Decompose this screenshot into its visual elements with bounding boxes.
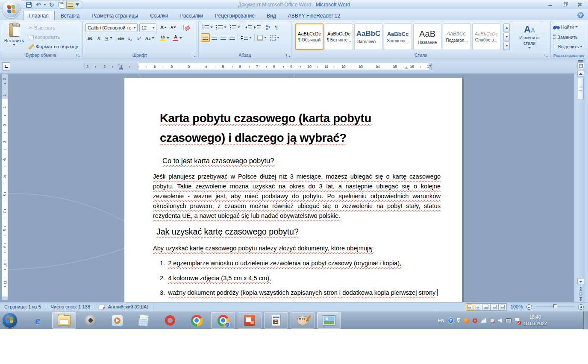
hidden-icons-button[interactable] — [457, 318, 460, 323]
next-page-button[interactable] — [579, 297, 582, 301]
tab-references[interactable]: Ссылки — [144, 11, 174, 20]
tab-page-layout[interactable]: Разметка страницы — [85, 11, 144, 20]
undo-button[interactable]: ↶ — [34, 1, 42, 9]
draft-view-button[interactable] — [498, 303, 507, 311]
scrollbar-thumb[interactable] — [578, 78, 584, 100]
strikethrough-button[interactable]: abe — [116, 34, 125, 42]
document-page[interactable]: Karta pobytu czasowego (karta pobytu cza… — [124, 78, 463, 302]
left-indent-marker[interactable] — [119, 68, 123, 70]
taskbar-media-player[interactable] — [105, 312, 129, 329]
tab-stop-selector[interactable] — [2, 62, 10, 70]
clock[interactable]: 18:40 18.03.2022 — [523, 314, 547, 327]
start-button[interactable] — [2, 313, 18, 328]
format-painter-button[interactable]: Формат по образцу — [27, 42, 80, 51]
zoom-out-button[interactable] — [526, 304, 532, 310]
numbering-button[interactable] — [215, 23, 228, 32]
taskbar-document-app[interactable] — [264, 312, 288, 329]
fullscreen-reading-view-button[interactable] — [474, 303, 482, 311]
scroll-down-button[interactable] — [577, 278, 584, 285]
taskbar-sound-recorder[interactable] — [79, 312, 103, 329]
font-size-combo[interactable]: 12 — [139, 23, 156, 32]
taskbar-photo-viewer[interactable] — [317, 312, 341, 329]
tab-home[interactable]: Главная — [23, 11, 55, 20]
paragraph-dialog-launcher[interactable] — [285, 53, 291, 58]
style-card-title[interactable]: АаВНазвание — [413, 23, 441, 50]
scroll-up-button[interactable] — [577, 70, 584, 77]
replace-button[interactable]: abacЗаменить — [553, 34, 578, 40]
sort-button[interactable]: АЯ — [264, 23, 272, 32]
copy-button[interactable] — [57, 1, 65, 9]
styles-dialog-launcher[interactable] — [543, 53, 548, 58]
tab-mailings[interactable]: Рассылки — [174, 11, 209, 20]
outline-view-button[interactable] — [490, 303, 499, 311]
shrink-font-button[interactable]: А — [169, 23, 178, 32]
subscript-button[interactable]: x₂ — [125, 34, 134, 42]
tab-review[interactable]: Рецензирование — [209, 11, 261, 20]
ruler-toggle-button[interactable] — [577, 62, 584, 69]
font-name-combo[interactable]: Calibri (Основной те — [85, 23, 138, 32]
align-right-button[interactable] — [219, 33, 228, 42]
copy-ribbon-button[interactable]: Копировать — [27, 33, 80, 41]
taskbar-notepad[interactable] — [132, 312, 156, 329]
bold-button[interactable]: Ж — [85, 34, 94, 42]
right-indent-marker[interactable] — [405, 66, 408, 69]
tab-view[interactable]: Вид — [261, 11, 282, 20]
taskbar-internet-explorer[interactable]: e — [26, 312, 50, 329]
page-indicator[interactable]: Страница: 1 из 5 — [0, 304, 43, 309]
change-case-button[interactable]: Aa — [143, 34, 156, 42]
taskbar-windows-explorer[interactable] — [52, 312, 76, 329]
align-left-button[interactable] — [66, 1, 74, 9]
volume-icon[interactable] — [498, 318, 502, 323]
opera-tray-icon[interactable] — [473, 318, 477, 323]
style-card-subtle-emphasis[interactable]: AaBbCcDcСлабое в... — [472, 23, 500, 50]
style-card-subtitle[interactable]: AaBbCc.Подзагол... — [443, 23, 471, 50]
redo-button[interactable]: ↻ — [47, 1, 56, 9]
print-layout-view-button[interactable] — [466, 303, 474, 311]
line-spacing-button[interactable] — [239, 33, 253, 42]
vertical-ruler[interactable]: 211234567891011 — [2, 74, 8, 300]
grow-font-button[interactable]: А — [159, 23, 168, 32]
select-browse-object-button[interactable] — [579, 292, 582, 296]
help-tray-icon[interactable]: ? — [448, 317, 454, 323]
taskbar-paint[interactable] — [291, 312, 315, 329]
decrease-indent-button[interactable] — [244, 23, 253, 32]
restore-button[interactable] — [562, 2, 567, 7]
previous-page-button[interactable] — [579, 287, 582, 291]
gallery-more-button[interactable] — [503, 41, 510, 50]
horizontal-ruler[interactable]: 3211234567891011121314151617 — [85, 63, 432, 70]
zoom-slider-track[interactable] — [535, 306, 575, 308]
zoom-in-button[interactable] — [578, 304, 584, 310]
underline-button[interactable]: Ч — [103, 34, 114, 42]
taskbar-chrome-profile[interactable]: л — [211, 312, 235, 329]
style-card-heading1[interactable]: AaBbCЗаголово... — [354, 23, 382, 50]
justify-button[interactable] — [228, 33, 237, 42]
change-styles-button[interactable]: AA Изменить стили — [512, 23, 547, 50]
find-button[interactable]: Найти — [553, 24, 578, 29]
zoom-slider-thumb[interactable] — [553, 304, 557, 310]
show-desktop-button[interactable] — [583, 311, 588, 329]
highlight-button[interactable]: ab — [158, 34, 171, 42]
cut-button[interactable]: ✂Вырезать — [27, 23, 80, 32]
font-color-button[interactable]: А — [171, 34, 184, 42]
align-left-button[interactable] — [201, 33, 210, 42]
borders-button[interactable] — [268, 33, 281, 42]
align-center-button[interactable] — [210, 33, 219, 42]
close-button[interactable] — [577, 2, 582, 7]
display-icon[interactable] — [506, 318, 512, 323]
increase-indent-button[interactable] — [253, 23, 262, 32]
help-button[interactable]: ? — [577, 12, 584, 19]
taskbar-opera[interactable] — [158, 312, 182, 329]
network-signal-icon[interactable] — [481, 318, 486, 323]
customize-qat-button[interactable] — [76, 3, 79, 6]
font-dialog-launcher[interactable] — [191, 53, 196, 58]
proofing-error-icon[interactable] — [99, 304, 105, 310]
taskbar-chrome[interactable] — [185, 312, 209, 329]
gallery-scroll-down-button[interactable] — [503, 32, 510, 41]
tab-insert[interactable]: Вставка — [55, 11, 86, 20]
superscript-button[interactable]: x² — [134, 34, 143, 42]
zoom-level[interactable]: 100% — [509, 304, 525, 309]
style-card-normal[interactable]: AaBbCcDc¶ Обычный — [295, 23, 323, 50]
taskbar-powerpoint[interactable] — [238, 312, 262, 329]
office-button[interactable] — [3, 0, 20, 18]
show-paragraph-marks-button[interactable]: ¶ — [272, 23, 281, 32]
